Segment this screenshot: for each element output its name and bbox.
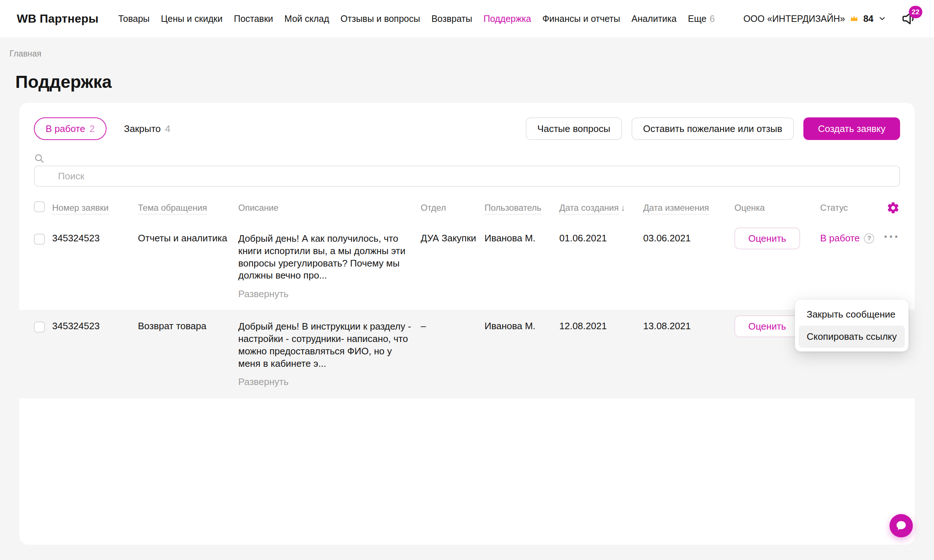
topbar-right: ООО «ИНТЕРДИЗАЙН» 84 22 bbox=[743, 10, 917, 27]
tab-in-progress-label: В работе bbox=[46, 123, 85, 135]
tickets-table: Номер заявки Тема обращения Описание Отд… bbox=[19, 201, 915, 398]
tab-in-progress[interactable]: В работе 2 bbox=[34, 117, 106, 140]
row-context-menu: Закрыть сообщение Скопировать ссылку bbox=[795, 300, 908, 351]
tab-closed-count: 4 bbox=[165, 123, 170, 135]
col-header-status: Статус bbox=[820, 203, 848, 212]
feedback-button[interactable]: Оставить пожелание или отзыв bbox=[632, 117, 794, 140]
ticket-topic: Отчеты и аналитика bbox=[138, 232, 238, 244]
col-header-description: Описание bbox=[238, 203, 278, 212]
chat-bubble-icon bbox=[895, 520, 907, 532]
ticket-user: Иванова М. bbox=[484, 232, 559, 244]
top-navigation-bar: WB Партнеры Товары Цены и скидки Поставк… bbox=[0, 0, 934, 37]
nav-item-more[interactable]: Еще6 bbox=[688, 14, 715, 24]
nav-item-warehouse[interactable]: Мой склад bbox=[285, 14, 330, 24]
tab-in-progress-count: 2 bbox=[89, 123, 94, 135]
toolbar-actions: Частые вопросы Оставить пожелание или от… bbox=[526, 117, 900, 140]
notifications-button[interactable]: 22 bbox=[900, 10, 917, 27]
ticket-department: – bbox=[421, 320, 484, 332]
table-settings-button[interactable] bbox=[886, 201, 900, 214]
table-header-row: Номер заявки Тема обращения Описание Отд… bbox=[19, 201, 915, 222]
nav-item-returns[interactable]: Возвраты bbox=[431, 14, 472, 24]
tab-closed[interactable]: Закрыто 4 bbox=[121, 117, 173, 140]
expand-link[interactable]: Развернуть bbox=[238, 288, 288, 300]
row-checkbox[interactable] bbox=[34, 234, 45, 245]
breadcrumb: Главная bbox=[0, 37, 934, 59]
expand-link[interactable]: Развернуть bbox=[238, 376, 288, 388]
menu-item-copy-link[interactable]: Скопировать ссылку bbox=[798, 326, 905, 348]
nav-item-reviews[interactable]: Отзывы и вопросы bbox=[341, 14, 420, 24]
nav-item-analytics[interactable]: Аналитика bbox=[632, 14, 677, 24]
main-nav: Товары Цены и скидки Поставки Мой склад … bbox=[118, 14, 715, 24]
status-tabs: В работе 2 Закрыто 4 bbox=[34, 117, 173, 140]
row-checkbox[interactable] bbox=[34, 322, 45, 332]
ticket-user: Иванова М. bbox=[484, 320, 559, 332]
faq-button[interactable]: Частые вопросы bbox=[526, 117, 622, 140]
chat-button[interactable] bbox=[889, 514, 913, 537]
notifications-badge: 22 bbox=[909, 6, 922, 18]
ticket-id: 345324523 bbox=[52, 232, 138, 244]
search-input[interactable] bbox=[34, 166, 900, 187]
tab-closed-label: Закрыто bbox=[124, 123, 161, 135]
nav-item-supplies[interactable]: Поставки bbox=[234, 14, 273, 24]
nav-item-prices[interactable]: Цены и скидки bbox=[161, 14, 223, 24]
ticket-description: Добрый день! А как получилось, что книги… bbox=[238, 232, 414, 282]
page-title: Поддержка bbox=[15, 72, 934, 92]
menu-item-close-ticket[interactable]: Закрыть сообщение bbox=[798, 303, 905, 326]
status-help-icon[interactable]: ? bbox=[864, 233, 874, 243]
col-header-modified[interactable]: Дата изменения bbox=[643, 203, 709, 214]
col-header-created[interactable]: Дата создания bbox=[559, 203, 619, 214]
rate-button[interactable]: Оценить bbox=[734, 315, 800, 337]
ticket-description: Добрый день! В инструкции к разделу - на… bbox=[238, 320, 414, 370]
col-header-user[interactable]: Пользователь bbox=[484, 203, 541, 214]
logo[interactable]: WB Партнеры bbox=[17, 12, 99, 26]
crown-icon bbox=[849, 14, 859, 23]
sort-desc-icon: ↓ bbox=[621, 203, 625, 212]
account-score: 84 bbox=[863, 14, 874, 24]
ticket-created-date: 12.08.2021 bbox=[559, 320, 643, 332]
search-field bbox=[34, 153, 900, 187]
col-header-rating: Оценка bbox=[734, 203, 765, 212]
create-ticket-button[interactable]: Создать заявку bbox=[803, 117, 900, 140]
breadcrumb-home[interactable]: Главная bbox=[9, 49, 42, 58]
table-row: 345324523 Возврат товара Добрый день! В … bbox=[19, 310, 915, 398]
table-row: 345324523 Отчеты и аналитика Добрый день… bbox=[19, 222, 915, 310]
ticket-modified-date: 03.06.2021 bbox=[643, 232, 734, 244]
account-name: ООО «ИНТЕРДИЗАЙН» bbox=[743, 14, 845, 24]
select-all-checkbox[interactable] bbox=[34, 201, 45, 212]
chevron-down-icon bbox=[878, 14, 886, 23]
ticket-department: ДУА Закупки bbox=[421, 232, 484, 244]
card-toolbar: В работе 2 Закрыто 4 Частые вопросы Оста… bbox=[19, 103, 915, 140]
search-icon bbox=[34, 159, 45, 165]
col-header-ticket-id[interactable]: Номер заявки bbox=[52, 203, 109, 214]
nav-item-goods[interactable]: Товары bbox=[118, 14, 150, 24]
col-header-topic[interactable]: Тема обращения bbox=[138, 203, 207, 214]
ticket-modified-date: 13.08.2021 bbox=[643, 320, 734, 332]
nav-more-label: Еще bbox=[688, 14, 706, 24]
nav-item-finance[interactable]: Финансы и отчеты bbox=[543, 14, 620, 24]
ticket-created-date: 01.06.2021 bbox=[559, 232, 643, 244]
row-menu-button[interactable]: ··· bbox=[884, 232, 900, 241]
support-card: В работе 2 Закрыто 4 Частые вопросы Оста… bbox=[19, 103, 915, 545]
rate-button[interactable]: Оценить bbox=[734, 228, 800, 249]
account-switcher[interactable]: ООО «ИНТЕРДИЗАЙН» 84 bbox=[743, 14, 886, 24]
ticket-id: 345324523 bbox=[52, 320, 138, 332]
status-label: В работе bbox=[820, 232, 860, 244]
col-header-department: Отдел bbox=[421, 203, 446, 212]
nav-more-count: 6 bbox=[710, 14, 715, 24]
nav-item-support[interactable]: Поддержка bbox=[483, 14, 531, 24]
ticket-topic: Возврат товара bbox=[138, 320, 238, 332]
